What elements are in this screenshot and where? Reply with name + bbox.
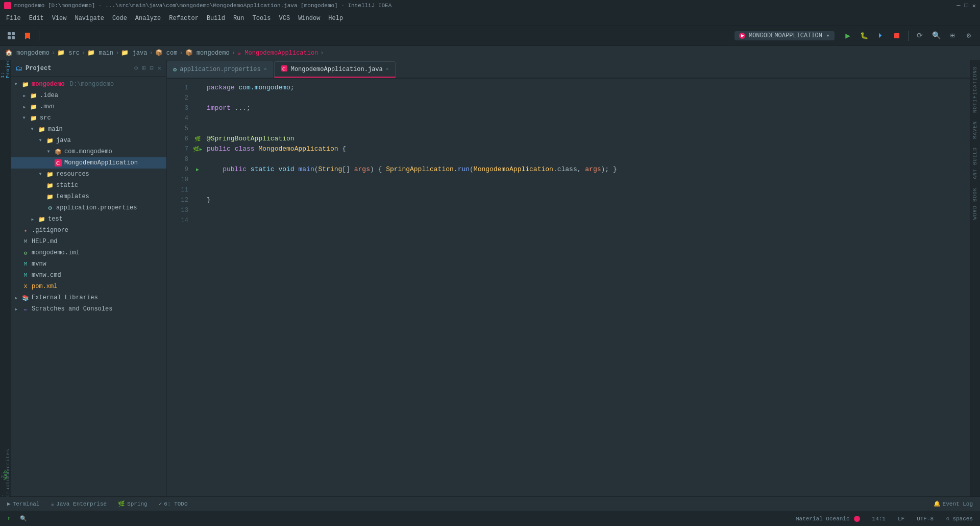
minimize-button[interactable]: ─ — [957, 2, 960, 10]
menu-code[interactable]: Code — [108, 13, 131, 23]
tree-item-pomxml[interactable]: X pom.xml — [11, 281, 166, 292]
maven-panel[interactable]: Maven — [971, 117, 979, 143]
tree-item-resources[interactable]: ▶ 📁 resources — [11, 169, 166, 180]
tree-item-extlibs[interactable]: ▶ 📚 External Libraries — [11, 292, 166, 303]
menu-tools[interactable]: Tools — [249, 13, 275, 23]
settings-btn[interactable]: ⚙ — [962, 29, 976, 43]
menu-vcs[interactable]: VCS — [275, 13, 295, 23]
menu-edit[interactable]: Edit — [25, 13, 48, 23]
indent-indicator[interactable]: 4 spaces — [943, 515, 976, 523]
label-idea: .idea — [40, 92, 58, 99]
icon-mvnwcmd: M — [21, 271, 30, 279]
notifications-panel[interactable]: Notifications — [971, 62, 979, 117]
tree-item-mongodemo[interactable]: ▶ 📁 mongodemo D:\mongodemo — [11, 79, 166, 90]
tree-item-java[interactable]: ▶ 📁 java — [11, 135, 166, 146]
sidebar-settings-btn[interactable]: ⚙ — [133, 63, 139, 73]
vcs-btn[interactable]: ⬆ — [4, 514, 14, 523]
sidebar-close-btn[interactable]: ✕ — [157, 63, 162, 73]
arrow-mongodemo: ▶ — [13, 81, 19, 87]
tree-item-templates[interactable]: 📁 templates — [11, 191, 166, 202]
run-configuration[interactable]: MONGODEMOAPPLICATION — [734, 31, 835, 40]
tree-item-iml[interactable]: ⚙ mongodemo.iml — [11, 247, 166, 258]
close-button[interactable]: ✕ — [972, 2, 976, 10]
tree-item-mvn[interactable]: ▶ 📁 .mvn — [11, 101, 166, 112]
menu-run[interactable]: Run — [229, 13, 249, 23]
tree-item-idea[interactable]: ▶ 📁 .idea — [11, 90, 166, 101]
theme-indicator[interactable]: Material Oceanic — [793, 515, 863, 523]
tree-item-static[interactable]: 📁 static — [11, 180, 166, 191]
tree-item-scratches[interactable]: ▶ ✏ Scratches and Consoles — [11, 303, 166, 315]
search-btn[interactable]: 🔍 — [929, 29, 943, 43]
run-btn[interactable]: ▶ — [841, 29, 855, 43]
bookmark-btn[interactable] — [20, 29, 35, 43]
tree-item-helpmd[interactable]: M HELP.md — [11, 236, 166, 247]
menu-view[interactable]: View — [48, 13, 71, 23]
breadcrumb-mongodemo[interactable]: 📦 mongodemo — [185, 49, 230, 57]
tree-item-package[interactable]: ▶ 📦 com.mongodemo — [11, 146, 166, 157]
icon-mongodemo: 📁 — [21, 80, 30, 88]
word-book-panel[interactable]: Word Book — [971, 183, 979, 224]
menu-build[interactable]: Build — [203, 13, 229, 23]
tree-item-mvnwcmd[interactable]: M mvnw.cmd — [11, 270, 166, 281]
stop-btn[interactable] — [890, 29, 904, 43]
menu-refactor[interactable]: Refactor — [165, 13, 203, 23]
tab-close-java[interactable]: ✕ — [386, 67, 389, 72]
maximize-button[interactable]: □ — [965, 2, 968, 10]
terminal-tab[interactable]: ▶ Terminal — [2, 498, 44, 509]
grid-btn[interactable]: ⊞ — [945, 29, 960, 43]
arrow-package: ▶ — [46, 149, 52, 155]
event-log-btn[interactable]: 🔔 Event Log — [928, 498, 978, 509]
project-panel-toggle[interactable]: 1: Project — [1, 62, 10, 71]
menu-help[interactable]: Help — [324, 13, 347, 23]
tab-close-properties[interactable]: ✕ — [264, 67, 267, 72]
tree-item-main[interactable]: ▶ 📁 main — [11, 124, 166, 135]
tab-mongodemo-application[interactable]: C MongodemoApplication.java ✕ — [274, 61, 396, 78]
ant-build-panel[interactable]: Ant Build — [971, 143, 979, 183]
tree-item-test[interactable]: ▶ 📁 test — [11, 213, 166, 225]
svg-text:C: C — [282, 66, 286, 71]
spring-boot-icon[interactable]: 🌿 — [194, 136, 201, 142]
menu-analyze[interactable]: Analyze — [131, 13, 165, 23]
tree-item-main-class[interactable]: C MongodemoApplication — [11, 157, 166, 169]
encoding-indicator[interactable]: UTF-8 — [914, 515, 937, 523]
menu-navigate[interactable]: Navigate — [70, 13, 108, 23]
tree-item-gitignore[interactable]: ✦ .gitignore — [11, 225, 166, 236]
run-with-coverage-btn[interactable]: ⏵ — [873, 29, 888, 43]
code-editor[interactable]: 1 2 3 4 5 6 7 8 9 10 11 12 13 14 — [167, 79, 970, 496]
tab-application-properties[interactable]: ⚙ application.properties ✕ — [167, 61, 273, 78]
label-package: com.mongodemo — [64, 148, 112, 155]
todo-tab[interactable]: ✓ 6: TODO — [154, 498, 193, 509]
breadcrumb-com[interactable]: 📦 com — [155, 49, 178, 57]
app-icon — [4, 2, 11, 9]
sync-btn[interactable]: ⟳ — [913, 29, 927, 43]
sidebar-collapse-btn[interactable]: ⊟ — [149, 63, 155, 73]
status-bar: ⬆ 🔍 Material Oceanic 14:1 LF UTF-8 4 spa… — [0, 511, 980, 526]
window-controls[interactable]: ─ □ ✕ — [957, 2, 976, 10]
breadcrumb-java[interactable]: 📁 java — [121, 49, 147, 57]
breadcrumb-class[interactable]: ☕ MongodemoApplication — [237, 49, 318, 57]
tree-item-properties[interactable]: ⚙ application.properties — [11, 202, 166, 213]
debug-btn[interactable]: 🐛 — [857, 29, 871, 43]
play-icon-7[interactable]: ▶ — [200, 147, 202, 152]
cursor-position[interactable]: 14:1 — [869, 515, 889, 523]
event-log-label: Event Log — [943, 501, 973, 507]
spring-tab[interactable]: 🌿 Spring — [113, 498, 153, 509]
breadcrumb-main[interactable]: 📁 main — [87, 49, 113, 57]
breadcrumb-src[interactable]: 📁 src — [57, 49, 80, 57]
run-icon-9[interactable]: ▶ — [196, 166, 199, 173]
structure-toggle[interactable]: Z-Structure — [1, 481, 10, 490]
favorites-toggle[interactable]: 2: Favorites — [1, 459, 10, 468]
sidebar-title: Project — [26, 65, 51, 72]
line-separator[interactable]: LF — [895, 515, 908, 523]
menu-window[interactable]: Window — [294, 13, 324, 23]
run-icon-7[interactable]: 🌿 — [193, 146, 199, 152]
tree-item-mvnw[interactable]: M mvnw — [11, 258, 166, 270]
tab-label-java: MongodemoApplication.java — [291, 66, 383, 73]
breadcrumb-project[interactable]: 🏠 mongodemo — [5, 49, 50, 57]
code-content[interactable]: package com.mongodemo; import ...; @Spri… — [203, 79, 970, 496]
tree-item-src[interactable]: ▶ 📁 src — [11, 112, 166, 124]
project-view-btn[interactable] — [4, 29, 18, 43]
java-enterprise-tab[interactable]: ☕ Java Enterprise — [45, 498, 112, 509]
menu-file[interactable]: File — [2, 13, 25, 23]
sidebar-layout-btn[interactable]: ⊞ — [141, 63, 146, 73]
